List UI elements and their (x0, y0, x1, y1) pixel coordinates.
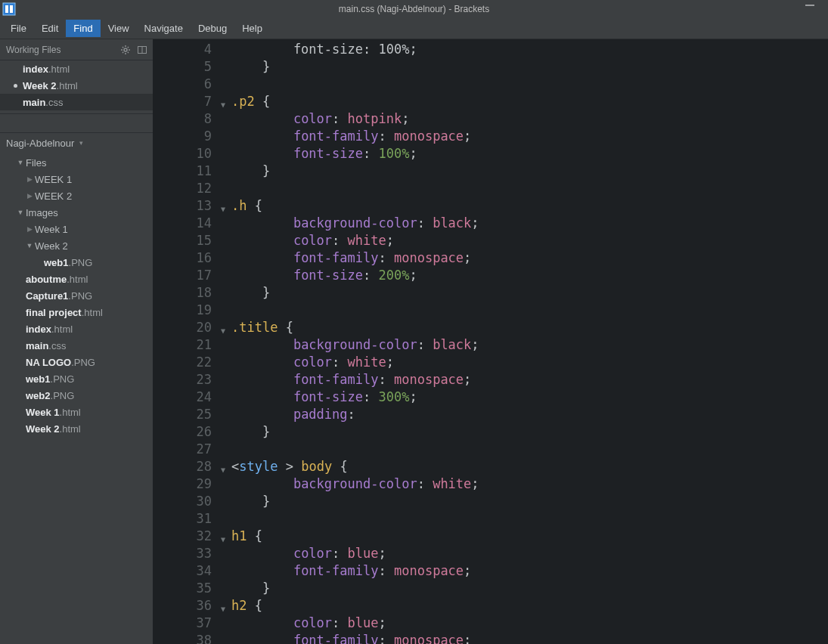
code-line[interactable]: color: blue; (231, 615, 828, 632)
code-content[interactable]: font-size: 100%; }.p2 { color: hotpink; … (216, 39, 828, 644)
code-line[interactable]: } (231, 163, 828, 180)
code-line[interactable]: background-color: black; (231, 215, 828, 232)
fold-down-icon[interactable]: ▼ (221, 322, 225, 339)
gear-icon[interactable] (121, 45, 130, 54)
working-file-item[interactable]: Week 2.html (0, 77, 153, 94)
code-line[interactable]: font-family: monospace; (231, 562, 828, 580)
tree-item-label: aboutme.html (26, 274, 88, 285)
line-number: 35 (153, 580, 216, 597)
menu-navigate[interactable]: Navigate (137, 20, 191, 37)
tree-folder[interactable]: ▶WEEK 2 (0, 187, 153, 204)
line-number: 6 (153, 76, 216, 93)
code-line[interactable]: color: hotpink; (231, 110, 828, 128)
code-line[interactable] (231, 302, 828, 319)
minimize-button[interactable] (805, 5, 814, 6)
tree-file[interactable]: web1.PNG (0, 370, 153, 387)
tree-file[interactable]: web1.PNG (0, 254, 153, 271)
menu-file[interactable]: File (3, 20, 34, 37)
tree-item-label: Week 2 (35, 240, 68, 252)
code-line[interactable]: font-family: monospace; (231, 128, 828, 145)
code-line[interactable]: color: white; (231, 232, 828, 249)
tree-folder[interactable]: ▶Week 1 (0, 221, 153, 237)
tree-file[interactable]: NA LOGO.PNG (0, 354, 153, 370)
tree-file[interactable]: aboutme.html (0, 271, 153, 287)
tree-folder[interactable]: ▼Week 2 (0, 237, 153, 254)
tree-folder[interactable]: ▶WEEK 1 (0, 171, 153, 187)
menu-edit[interactable]: Edit (34, 20, 66, 37)
window-title: main.css (Nagi-Abdelnour) - Brackets (0, 4, 828, 14)
fold-down-icon[interactable]: ▼ (221, 531, 225, 548)
tree-item-label: index.html (26, 324, 73, 335)
code-line[interactable]: color: blue; (231, 545, 828, 562)
tree-item-label: Images (26, 207, 58, 218)
tree-file[interactable]: index.html (0, 320, 153, 337)
titlebar: main.css (Nagi-Abdelnour) - Brackets (0, 0, 828, 18)
code-line[interactable]: color: white; (231, 354, 828, 371)
code-line[interactable]: font-size: 100%; (231, 41, 828, 58)
tree-file[interactable]: Week 2.html (0, 420, 153, 437)
fold-down-icon[interactable]: ▼ (221, 96, 225, 113)
project-dropdown[interactable]: Nagi-Abdelnour ▾ (0, 133, 153, 153)
code-line[interactable] (231, 76, 828, 93)
code-line[interactable]: padding: (231, 406, 828, 423)
line-number: 28▼ (153, 458, 216, 475)
code-line[interactable]: } (231, 580, 828, 597)
line-number: 18 (153, 284, 216, 302)
line-number: 11 (153, 163, 216, 180)
svg-point-3 (124, 48, 127, 51)
code-line[interactable]: } (231, 58, 828, 76)
tree-file[interactable]: Week 1.html (0, 404, 153, 420)
tree-folder[interactable]: ▼Images (0, 204, 153, 221)
code-line[interactable] (231, 441, 828, 458)
code-editor[interactable]: 4567▼8910111213▼14151617181920▼212223242… (153, 39, 828, 644)
code-line[interactable]: font-family: monospace; (231, 249, 828, 267)
line-number: 30 (153, 493, 216, 510)
line-number: 15 (153, 232, 216, 249)
project-name: Nagi-Abdelnour (6, 138, 74, 149)
code-line[interactable] (231, 510, 828, 528)
line-number: 13▼ (153, 197, 216, 215)
code-line[interactable]: .h { (231, 197, 828, 215)
tree-file[interactable]: final project.html (0, 304, 153, 320)
code-line[interactable]: font-family: monospace; (231, 632, 828, 644)
tree-folder[interactable]: ▼Files (0, 154, 153, 171)
code-line[interactable]: background-color: black; (231, 336, 828, 354)
code-line[interactable]: font-family: monospace; (231, 371, 828, 389)
svg-line-11 (128, 47, 129, 48)
line-number: 12 (153, 180, 216, 197)
tree-item-label: Capture1.PNG (26, 290, 92, 302)
sidebar: Working Files index.htmlWeek 2.htmlmain.… (0, 39, 153, 644)
tree-file[interactable]: web2.PNG (0, 387, 153, 404)
split-view-icon[interactable] (138, 45, 147, 54)
code-line[interactable]: .title { (231, 319, 828, 336)
code-line[interactable]: h1 { (231, 528, 828, 545)
menu-find[interactable]: Find (66, 20, 100, 37)
working-file-item[interactable]: main.css (0, 94, 153, 110)
menubar: File Edit Find View Navigate Debug Help (0, 18, 828, 39)
tree-file[interactable]: Capture1.PNG (0, 287, 153, 304)
code-line[interactable]: font-size: 100%; (231, 145, 828, 163)
tree-item-label: main.css (26, 340, 66, 351)
code-line[interactable] (231, 180, 828, 197)
working-file-item[interactable]: index.html (0, 60, 153, 77)
code-line[interactable]: } (231, 284, 828, 302)
line-number: 26 (153, 423, 216, 441)
line-number: 14 (153, 215, 216, 232)
code-line[interactable]: } (231, 493, 828, 510)
fold-down-icon[interactable]: ▼ (221, 200, 225, 218)
menu-debug[interactable]: Debug (191, 20, 234, 37)
code-line[interactable]: background-color: white; (231, 475, 828, 493)
svg-line-8 (122, 47, 123, 48)
menu-help[interactable]: Help (234, 20, 270, 37)
code-line[interactable]: } (231, 423, 828, 441)
code-line[interactable]: font-size: 200%; (231, 267, 828, 284)
code-line[interactable]: <style > body { (231, 458, 828, 475)
code-line[interactable]: .p2 { (231, 93, 828, 110)
code-line[interactable]: h2 { (231, 597, 828, 615)
fold-down-icon[interactable]: ▼ (221, 600, 225, 618)
code-line[interactable]: font-size: 300%; (231, 389, 828, 406)
fold-down-icon[interactable]: ▼ (221, 461, 225, 478)
menu-view[interactable]: View (101, 20, 137, 37)
tree-file[interactable]: main.css (0, 337, 153, 354)
line-number: 36▼ (153, 597, 216, 615)
